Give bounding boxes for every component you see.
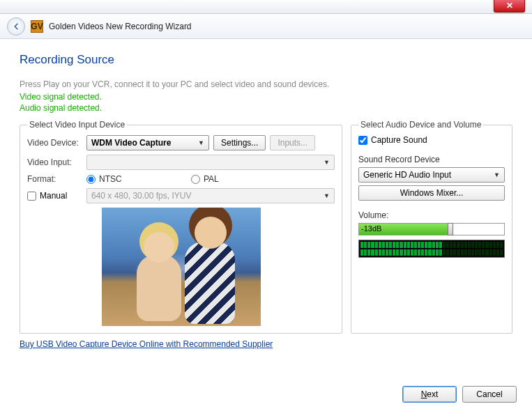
video-device-combo[interactable]: WDM Video Capture ▼ bbox=[86, 135, 209, 150]
chevron-down-icon: ▼ bbox=[198, 139, 204, 146]
audio-panel-legend: Select Audio Device and Volume bbox=[358, 120, 483, 130]
close-button[interactable]: ✕ bbox=[494, 0, 525, 13]
chevron-down-icon: ▼ bbox=[324, 159, 330, 166]
format-label: Format: bbox=[27, 174, 86, 184]
video-input-combo[interactable]: ▼ bbox=[86, 155, 335, 170]
video-input-panel: Select Video Input Device Video Device: … bbox=[20, 120, 342, 334]
close-icon: ✕ bbox=[506, 1, 513, 10]
audio-status: Audio signal detected. bbox=[20, 103, 512, 113]
back-arrow-icon bbox=[11, 22, 21, 31]
chevron-down-icon: ▼ bbox=[324, 192, 330, 199]
footer-buttons: Next Cancel bbox=[402, 386, 517, 403]
next-button[interactable]: Next bbox=[402, 386, 457, 403]
wizard-header: GV Golden Videos New Recording Wizard bbox=[0, 14, 532, 39]
app-icon: GV bbox=[31, 20, 43, 33]
window-title: Golden Videos New Recording Wizard bbox=[49, 22, 192, 31]
windows-mixer-button[interactable]: Windows Mixer... bbox=[358, 185, 505, 201]
format-pal-radio[interactable]: PAL bbox=[191, 174, 219, 184]
resolution-combo: 640 x 480, 30.00 fps, IYUV ▼ bbox=[86, 188, 335, 203]
manual-checkbox[interactable]: Manual bbox=[27, 191, 86, 201]
inputs-button: Inputs... bbox=[270, 135, 315, 150]
record-device-combo[interactable]: Generic HD Audio Input ▼ bbox=[358, 167, 505, 183]
page-title: Recording Source bbox=[20, 53, 512, 67]
video-preview bbox=[102, 208, 261, 326]
audio-panel: Select Audio Device and Volume Capture S… bbox=[351, 120, 512, 334]
volume-label: Volume: bbox=[358, 210, 505, 220]
instruction-text: Press Play on your VCR, connect it to yo… bbox=[20, 79, 512, 89]
video-status: Video signal detected. bbox=[20, 92, 512, 102]
title-bar: ✕ bbox=[0, 0, 532, 14]
video-input-label: Video Input: bbox=[27, 157, 86, 167]
video-panel-legend: Select Video Input Device bbox=[27, 120, 127, 130]
volume-thumb[interactable] bbox=[448, 223, 453, 235]
capture-sound-checkbox[interactable]: Capture Sound bbox=[358, 135, 505, 145]
format-ntsc-radio[interactable]: NTSC bbox=[86, 174, 191, 184]
buy-device-link[interactable]: Buy USB Video Capture Device Online with… bbox=[20, 339, 273, 349]
record-device-label: Sound Record Device bbox=[358, 155, 505, 164]
volume-slider[interactable]: -13dB bbox=[358, 223, 505, 235]
chevron-down-icon: ▼ bbox=[494, 171, 500, 178]
cancel-button[interactable]: Cancel bbox=[462, 386, 517, 403]
volume-db-text: -13dB bbox=[361, 224, 381, 233]
settings-button[interactable]: Settings... bbox=[213, 135, 266, 150]
video-device-label: Video Device: bbox=[27, 138, 86, 148]
back-button[interactable] bbox=[7, 17, 25, 36]
level-meter bbox=[358, 240, 505, 258]
